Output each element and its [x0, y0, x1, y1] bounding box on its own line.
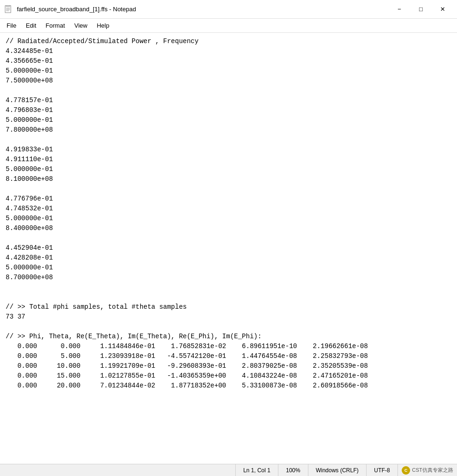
menu-view[interactable]: View: [70, 20, 92, 31]
watermark-text: CST仿真专家之路: [412, 467, 453, 474]
status-zoom: 100%: [278, 464, 308, 476]
status-line-ending: Windows (CRLF): [308, 464, 367, 476]
svg-rect-1: [6, 5, 10, 7]
notepad-icon: [4, 5, 13, 14]
status-empty: [0, 464, 236, 476]
status-position: Ln 1, Col 1: [236, 464, 278, 476]
status-watermark: C CST仿真专家之路: [398, 466, 457, 475]
menu-help[interactable]: Help: [92, 20, 114, 31]
title-bar-left: farfield_source_broadband_[1].ffs - Note…: [4, 5, 136, 14]
maximize-button[interactable]: □: [410, 2, 432, 17]
menu-format[interactable]: Format: [41, 20, 69, 31]
window-title: farfield_source_broadband_[1].ffs - Note…: [17, 6, 136, 13]
menu-edit[interactable]: Edit: [21, 20, 41, 31]
status-bar: Ln 1, Col 1 100% Windows (CRLF) UTF-8 C …: [0, 464, 457, 476]
watermark-icon: C: [402, 466, 410, 475]
window-controls: − □ ✕: [389, 2, 453, 17]
close-button[interactable]: ✕: [432, 2, 453, 17]
menu-bar: File Edit Format View Help: [0, 19, 457, 33]
content-area: // Radiated/Accepted/Stimulated Power , …: [0, 33, 457, 464]
status-encoding: UTF-8: [367, 464, 398, 476]
minimize-button[interactable]: −: [389, 2, 410, 17]
title-bar: farfield_source_broadband_[1].ffs - Note…: [0, 0, 457, 19]
menu-file[interactable]: File: [2, 20, 21, 31]
text-content[interactable]: // Radiated/Accepted/Stimulated Power , …: [0, 33, 457, 464]
